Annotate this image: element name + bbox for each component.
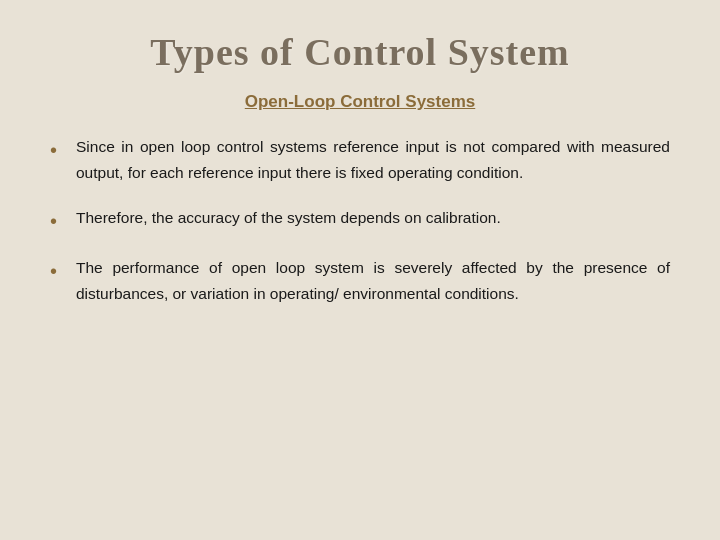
- slide-title: Types of Control System: [50, 30, 670, 74]
- bullet-item-3: • The performance of open loop system is…: [50, 255, 670, 306]
- slide-container: Types of Control System Open-Loop Contro…: [0, 0, 720, 540]
- bullet-text-2: Therefore, the accuracy of the system de…: [76, 205, 670, 231]
- bullet-item-2: • Therefore, the accuracy of the system …: [50, 205, 670, 235]
- bullet-list: • Since in open loop control systems ref…: [50, 134, 670, 326]
- bullet-dot-2: •: [50, 207, 68, 235]
- bullet-dot-3: •: [50, 257, 68, 285]
- bullet-text-1: Since in open loop control systems refer…: [76, 134, 670, 185]
- bullet-item-1: • Since in open loop control systems ref…: [50, 134, 670, 185]
- bullet-text-3: The performance of open loop system is s…: [76, 255, 670, 306]
- slide-subtitle: Open-Loop Control Systems: [50, 92, 670, 112]
- bullet-dot-1: •: [50, 136, 68, 164]
